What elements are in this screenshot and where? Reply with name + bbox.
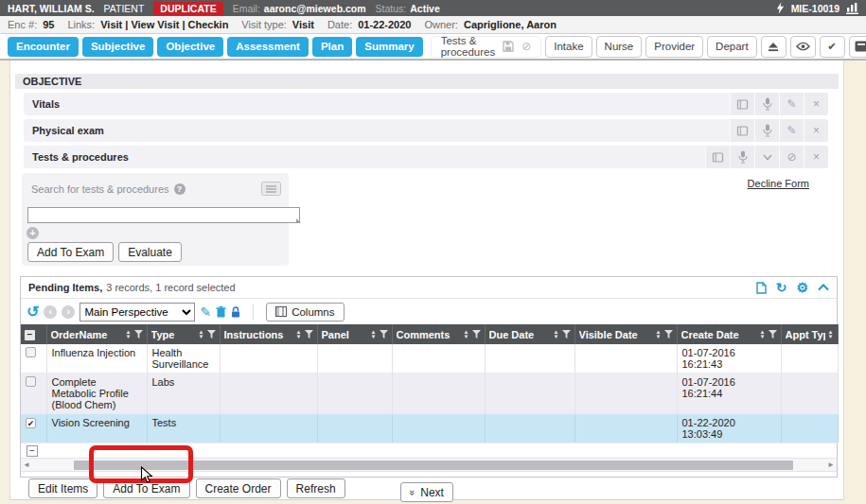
sort-icon[interactable]: ▲▼: [760, 330, 766, 339]
sort-icon[interactable]: ▲▼: [371, 330, 377, 339]
intake-button[interactable]: Intake: [545, 36, 592, 58]
table-row-selected[interactable]: Vision Screening Tests 01-22-2020 13:03:…: [21, 414, 838, 443]
sort-icon[interactable]: ▲▼: [464, 330, 469, 339]
select-all-header[interactable]: −: [21, 324, 46, 344]
edit-perspective-icon[interactable]: ✎: [200, 305, 211, 319]
row-checkbox[interactable]: [26, 418, 36, 428]
horizontal-scrollbar[interactable]: ◄ ►: [21, 459, 837, 472]
depart-button[interactable]: Depart: [707, 36, 757, 58]
row-checkbox[interactable]: [26, 347, 36, 357]
settings-gear-icon[interactable]: ⚙: [796, 281, 808, 294]
cell-appt-type: [781, 374, 838, 414]
col-instructions[interactable]: Instructions▲▼: [220, 324, 317, 344]
tab-encounter[interactable]: Encounter: [8, 37, 79, 57]
evaluate-button[interactable]: Evaluate: [118, 242, 182, 262]
table-row[interactable]: Influenza Injection Health Surveillance …: [21, 344, 838, 374]
list-icon[interactable]: [261, 182, 281, 196]
nurse-button[interactable]: Nurse: [596, 36, 643, 58]
row-checkbox[interactable]: [26, 376, 36, 387]
filter-icon[interactable]: [664, 330, 673, 339]
sort-icon[interactable]: ▲▼: [296, 330, 302, 339]
col-comments[interactable]: Comments▲▼: [392, 324, 485, 344]
decline-form-link[interactable]: Decline Form: [748, 178, 809, 189]
col-type[interactable]: Type▲▼: [147, 324, 220, 344]
lock-icon[interactable]: [231, 306, 240, 318]
close-icon[interactable]: ×: [804, 93, 828, 115]
tab-assessment[interactable]: Assessment: [227, 37, 309, 57]
refresh-icon[interactable]: ↻: [776, 281, 787, 294]
col-visible-date[interactable]: Visible Date▲▼: [574, 324, 677, 344]
cell-instructions: [220, 344, 317, 374]
columns-button[interactable]: Columns: [266, 303, 344, 322]
col-panel[interactable]: Panel▲▼: [317, 324, 392, 344]
save-icon[interactable]: [503, 41, 514, 52]
help-icon[interactable]: ?: [174, 183, 186, 195]
resize-grip-icon[interactable]: [296, 218, 301, 223]
scroll-right-icon[interactable]: ►: [825, 461, 837, 469]
microphone-icon[interactable]: [754, 119, 779, 142]
sort-icon[interactable]: ▲▼: [554, 330, 559, 339]
microphone-icon[interactable]: [730, 146, 754, 168]
tab-subjective[interactable]: Subjective: [82, 37, 154, 57]
col-appt-type[interactable]: Appt Type▲▼: [781, 324, 838, 344]
undo-icon[interactable]: ↺: [27, 304, 39, 320]
chevron-down-icon[interactable]: [754, 146, 779, 168]
collapse-all-icon[interactable]: −: [25, 330, 35, 340]
sort-icon[interactable]: ▲▼: [199, 330, 204, 339]
next-button[interactable]: » Next: [400, 482, 453, 502]
sort-icon[interactable]: ▲▼: [828, 330, 834, 339]
sort-icon[interactable]: ▲▼: [126, 330, 132, 339]
next-page-icon[interactable]: ›: [62, 305, 75, 319]
add-to-exam-button-top[interactable]: Add To Exam: [27, 242, 114, 262]
collapse-chevron-icon[interactable]: [818, 284, 829, 291]
eject-button[interactable]: [761, 36, 786, 58]
new-document-icon[interactable]: [756, 282, 767, 294]
vitals-section-row[interactable]: Vitals ✎ ×: [24, 93, 828, 115]
close-icon[interactable]: ×: [804, 146, 828, 168]
perspective-select[interactable]: Main Perspective: [80, 303, 195, 322]
col-ordername[interactable]: OrderName▲▼: [46, 324, 147, 344]
book-icon[interactable]: [705, 146, 730, 168]
book-icon[interactable]: [730, 93, 754, 115]
tests-section-row[interactable]: Tests & procedures ⊘ ×: [24, 146, 828, 168]
collapse-icon[interactable]: −: [27, 445, 38, 457]
filter-icon[interactable]: [380, 330, 388, 339]
filter-icon[interactable]: [472, 330, 481, 339]
tab-summary[interactable]: Summary: [356, 37, 422, 57]
prev-page-icon[interactable]: ‹: [44, 305, 57, 319]
col-create-date[interactable]: Create Date▲▼: [677, 324, 781, 344]
chart-icon[interactable]: [846, 2, 858, 14]
delete-perspective-icon[interactable]: [216, 306, 226, 318]
scroll-left-icon[interactable]: ◄: [21, 461, 32, 469]
eye-button[interactable]: [790, 36, 816, 58]
col-due-date[interactable]: Due Date▲▼: [485, 324, 574, 344]
filter-icon[interactable]: [134, 330, 143, 339]
sort-icon[interactable]: ▲▼: [656, 330, 662, 339]
filter-icon[interactable]: [305, 330, 313, 339]
provider-button[interactable]: Provider: [645, 36, 703, 58]
archive-button[interactable]: [849, 36, 866, 58]
bolt-icon[interactable]: [776, 2, 785, 14]
microphone-icon[interactable]: [754, 93, 779, 115]
duplicate-badge[interactable]: DUPLICATE: [153, 2, 222, 15]
filter-icon[interactable]: [769, 330, 777, 339]
tab-plan[interactable]: Plan: [312, 37, 352, 57]
check-button[interactable]: ✔: [820, 36, 845, 58]
disable-icon[interactable]: ⊘: [779, 146, 804, 168]
filter-icon[interactable]: [562, 330, 571, 339]
edit-icon[interactable]: ✎: [779, 119, 804, 142]
filter-icon[interactable]: [207, 330, 216, 339]
edit-icon[interactable]: ✎: [779, 93, 804, 115]
table-row[interactable]: Complete Metabolic Profile (Blood Chem) …: [21, 374, 838, 414]
tab-objective[interactable]: Objective: [157, 37, 223, 57]
close-icon[interactable]: ×: [804, 119, 828, 142]
date-label: Date:: [327, 19, 352, 30]
add-row-icon[interactable]: +: [27, 227, 39, 239]
visit-links[interactable]: Visit | View Visit | Checkin: [100, 19, 228, 30]
cancel-icon[interactable]: ⊘: [521, 40, 531, 53]
cell-instructions: [220, 374, 317, 414]
tests-search-input[interactable]: [27, 207, 300, 223]
book-icon[interactable]: [730, 119, 754, 142]
scrollbar-thumb[interactable]: [74, 461, 793, 470]
physical-exam-section-row[interactable]: Physical exam ✎ ×: [24, 119, 828, 142]
